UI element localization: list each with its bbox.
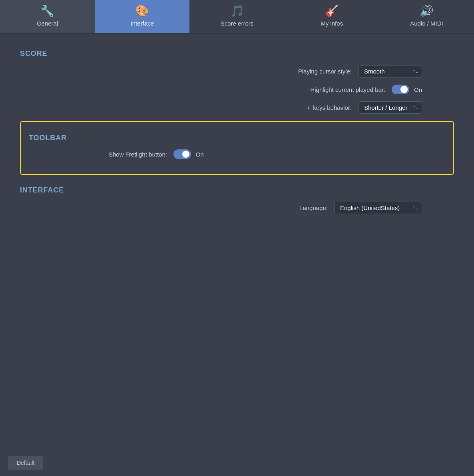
palette-icon: 🎨 — [135, 6, 149, 17]
tab-audio-midi[interactable]: 🔊 Audio / MIDI — [379, 0, 474, 33]
fretlight-label: Show Fretlight button: — [109, 151, 167, 158]
toolbar-box: TOOLBAR Show Fretlight button: On — [20, 121, 454, 175]
keys-behavior-select-wrapper[interactable]: Shorter / Longer Slower / Faster — [358, 101, 422, 114]
fretlight-track — [173, 149, 191, 159]
tab-general[interactable]: 🔧 General — [0, 0, 95, 33]
highlight-bar-toggle-wrapper: On — [392, 85, 422, 94]
bottom-bar: Default — [0, 450, 474, 476]
tab-my-infos-label: My infos — [321, 20, 343, 27]
fretlight-toggle-wrapper: On — [173, 149, 204, 159]
score-errors-icon: 🎵 — [230, 6, 244, 17]
wrench-icon: 🔧 — [40, 6, 54, 17]
keys-behavior-label: +/- keys behavior: — [304, 104, 352, 111]
language-row: Language: English (UnitedStates) Françai… — [20, 202, 454, 214]
tab-interface-label: Interface — [131, 20, 154, 27]
fretlight-thumb — [182, 151, 189, 158]
highlight-bar-on-label: On — [414, 86, 422, 93]
keys-behavior-row: +/- keys behavior: Shorter / Longer Slow… — [20, 101, 454, 114]
tab-score-errors-label: Score errors — [221, 20, 254, 27]
tab-audio-midi-label: Audio / MIDI — [410, 20, 443, 27]
default-button[interactable]: Default — [8, 456, 43, 470]
tab-score-errors[interactable]: 🎵 Score errors — [189, 0, 284, 33]
fretlight-toggle[interactable] — [173, 149, 191, 159]
playing-cursor-select-wrapper[interactable]: Smooth Jump — [358, 65, 422, 77]
playing-cursor-label: Playing cursor style: — [298, 68, 352, 75]
highlight-bar-track — [392, 85, 409, 94]
highlight-bar-toggle[interactable] — [392, 85, 409, 94]
language-select[interactable]: English (UnitedStates) Français Deutsch … — [334, 202, 422, 214]
highlight-bar-row: Highlight current played bar: On — [20, 85, 454, 94]
language-select-wrapper[interactable]: English (UnitedStates) Français Deutsch … — [334, 202, 422, 214]
toolbar-section-title: TOOLBAR — [29, 134, 445, 142]
tab-my-infos[interactable]: 🎸 My infos — [285, 0, 379, 33]
highlight-bar-thumb — [400, 86, 408, 93]
tab-interface[interactable]: 🎨 Interface — [95, 0, 189, 33]
fretlight-row: Show Fretlight button: On — [29, 149, 445, 159]
score-section-title: SCORE — [20, 50, 454, 58]
language-label: Language: — [299, 204, 328, 211]
main-content: SCORE Playing cursor style: Smooth Jump … — [0, 34, 474, 233]
playing-cursor-row: Playing cursor style: Smooth Jump — [20, 65, 454, 77]
audio-midi-icon: 🔊 — [420, 6, 434, 17]
my-infos-icon: 🎸 — [325, 6, 339, 17]
playing-cursor-select[interactable]: Smooth Jump — [358, 65, 422, 77]
highlight-bar-label: Highlight current played bar: — [310, 86, 385, 93]
fretlight-on-label: On — [196, 151, 204, 158]
tab-bar: 🔧 General 🎨 Interface 🎵 Score errors 🎸 M… — [0, 0, 474, 34]
interface-section-title: INTERFACE — [20, 186, 454, 194]
keys-behavior-select[interactable]: Shorter / Longer Slower / Faster — [358, 101, 422, 114]
tab-general-label: General — [37, 20, 58, 27]
